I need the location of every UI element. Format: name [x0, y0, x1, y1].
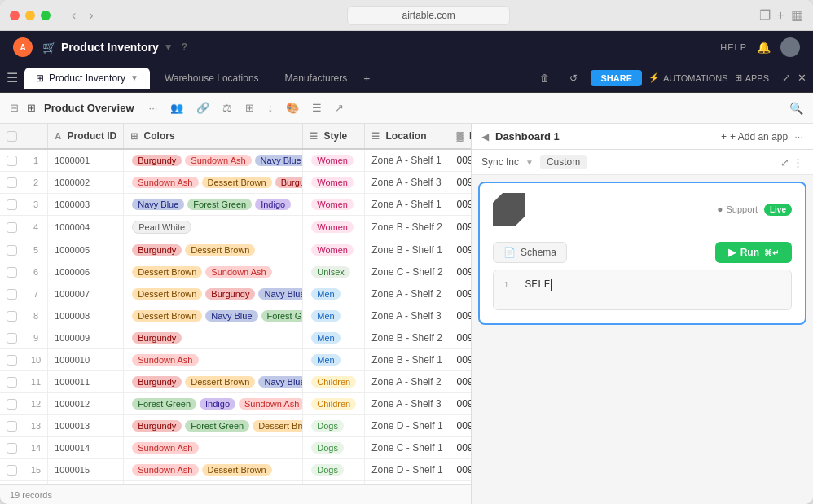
product-id-cell[interactable]: 1000008 — [48, 305, 124, 327]
table-row[interactable]: 41000004Pearl WhiteWomenZone B - Shelf 2… — [0, 216, 471, 239]
tab-dropdown-icon[interactable]: ▼ — [130, 73, 138, 82]
location-cell[interactable]: Zone C - Shelf 2 — [365, 261, 450, 283]
bell-icon[interactable]: 🔔 — [757, 41, 771, 54]
colors-cell[interactable]: BurgundyDessert Brown — [124, 239, 303, 261]
color-icon[interactable]: 🎨 — [283, 100, 302, 116]
row-checkbox[interactable] — [7, 355, 17, 366]
product-id-cell[interactable]: 1000005 — [48, 239, 124, 261]
row-checkbox[interactable] — [7, 311, 17, 322]
product-id-cell[interactable]: 1000009 — [48, 327, 124, 349]
product-id-cell[interactable]: 1000001 — [48, 149, 124, 172]
row-checkbox[interactable] — [7, 199, 17, 210]
new-tab-icon[interactable]: + — [777, 8, 784, 23]
colors-cell[interactable]: Navy BlueForest GreenIndigo — [124, 194, 303, 216]
barcode-cell[interactable]: 0096 — [450, 172, 471, 194]
barcode-cell[interactable]: 0094 — [450, 327, 471, 349]
table-row[interactable]: 31000003Navy BlueForest GreenIndigoWomen… — [0, 194, 471, 216]
row-checkbox[interactable] — [7, 333, 17, 344]
colors-cell[interactable]: Dessert BrownBurgundyNavy Blue — [124, 283, 303, 305]
location-cell[interactable]: Zone A - Shelf 3 — [365, 305, 450, 327]
table-row[interactable]: 151000015Sundown AshDessert BrownDogsZon… — [0, 459, 471, 481]
table-row[interactable]: 51000005BurgundyDessert BrownWomenZone B… — [0, 239, 471, 261]
product-id-cell[interactable]: 1000003 — [48, 194, 124, 216]
barcode-header[interactable]: ▓ Ba... — [450, 124, 471, 149]
sidebar-toggle-icon[interactable]: ⊟ — [10, 102, 19, 114]
table-row[interactable]: 91000009BurgundyMenZone B - Shelf 20094 — [0, 327, 471, 349]
url-bar[interactable]: airtable.com — [347, 6, 510, 25]
colors-cell[interactable]: Burgundy — [124, 327, 303, 349]
table-row[interactable]: 61000006Dessert BrownSundown AshUnisexZo… — [0, 261, 471, 283]
row-checkbox[interactable] — [7, 465, 17, 476]
colors-cell[interactable]: Pearl White — [124, 216, 303, 239]
colors-cell[interactable]: Dessert BrownSundown Ash — [124, 261, 303, 283]
location-cell[interactable]: Zone A - Shelf 2 — [365, 371, 450, 393]
table-row[interactable]: 121000012Forest GreenIndigoSundown AshCh… — [0, 393, 471, 415]
sort-icon[interactable]: ↕ — [264, 100, 276, 116]
help-label[interactable]: HELP — [720, 42, 747, 52]
barcode-cell[interactable]: 0094 — [450, 459, 471, 481]
automations-button[interactable]: ⚡ AUTOMATIONS — [648, 72, 728, 83]
maximize-button[interactable] — [41, 11, 51, 20]
style-cell[interactable]: Men — [303, 305, 365, 327]
barcode-cell[interactable]: 0097 — [450, 415, 471, 437]
custom-button[interactable]: Custom — [540, 155, 587, 169]
barcode-cell[interactable]: 0097 — [450, 437, 471, 459]
table-row[interactable]: 11000001BurgundySundown AshNavy BlueWome… — [0, 149, 471, 172]
run-button[interactable]: ▶ Run ⌘↵ — [715, 242, 792, 263]
panel-collapse-icon[interactable]: ◀ — [481, 131, 489, 142]
link-icon[interactable]: 🔗 — [193, 100, 213, 116]
style-cell[interactable]: Men — [303, 283, 365, 305]
style-cell[interactable]: Men — [303, 349, 365, 371]
location-cell[interactable]: Zone B - Shelf 1 — [365, 349, 450, 371]
tab-product-inventory[interactable]: ⊞ Product Inventory ▼ — [24, 68, 150, 89]
more-options-icon[interactable]: ⋮ — [793, 156, 803, 169]
share-view-icon[interactable]: ↗ — [332, 100, 347, 116]
add-app-button[interactable]: + + Add an app — [721, 131, 788, 142]
trash-icon[interactable]: 🗑 — [534, 70, 556, 86]
style-cell[interactable]: Women — [303, 216, 365, 239]
row-checkbox[interactable] — [7, 267, 17, 278]
table-row[interactable]: 71000007Dessert BrownBurgundyNavy BlueMe… — [0, 283, 471, 305]
barcode-cell[interactable]: 0097 — [450, 283, 471, 305]
view-name[interactable]: Product Overview — [44, 102, 134, 114]
colors-cell[interactable]: Sundown AshDessert BrownBurgundy — [124, 172, 303, 194]
product-id-cell[interactable]: 1000004 — [48, 216, 124, 239]
location-cell[interactable]: Zone B - Shelf 2 — [365, 216, 450, 239]
help-icon[interactable]: ? — [182, 42, 187, 53]
forward-icon[interactable]: › — [84, 7, 98, 24]
colors-cell[interactable]: Sundown Ash — [124, 349, 303, 371]
close-panel-icon[interactable]: ✕ — [798, 72, 806, 84]
barcode-cell[interactable]: 0097 — [450, 305, 471, 327]
table-row[interactable]: 131000013BurgundyForest GreenDessert Bro… — [0, 415, 471, 437]
fields-icon[interactable]: ☰ — [309, 100, 325, 116]
colors-cell[interactable]: BurgundyDessert BrownNavy Blue — [124, 371, 303, 393]
barcode-cell[interactable]: 0096 — [450, 216, 471, 239]
row-checkbox[interactable] — [7, 156, 17, 166]
barcode-cell[interactable]: 0096 — [450, 194, 471, 216]
row-checkbox[interactable] — [7, 399, 17, 410]
style-cell[interactable]: Women — [303, 149, 365, 172]
history-icon[interactable]: ↺ — [563, 70, 584, 86]
row-checkbox[interactable] — [7, 245, 17, 256]
location-cell[interactable]: Zone B - Shelf 2 — [365, 327, 450, 349]
collaborators-icon[interactable]: 👥 — [167, 100, 187, 116]
colors-cell[interactable]: Dessert BrownNavy BlueForest Green — [124, 305, 303, 327]
style-cell[interactable]: Men — [303, 327, 365, 349]
barcode-cell[interactable]: 0097 — [450, 393, 471, 415]
table-container[interactable]: A Product ID ⊞ Colors ☰ Style — [0, 124, 471, 484]
table-row[interactable]: 21000002Sundown AshDessert BrownBurgundy… — [0, 172, 471, 194]
style-cell[interactable]: Women — [303, 172, 365, 194]
barcode-cell[interactable]: 0092 — [450, 149, 471, 172]
location-cell[interactable]: Zone B - Shelf 1 — [365, 239, 450, 261]
product-id-cell[interactable]: 1000002 — [48, 172, 124, 194]
row-checkbox[interactable] — [7, 222, 17, 233]
colors-header[interactable]: ⊞ Colors — [124, 124, 303, 149]
colors-cell[interactable]: Forest GreenIndigoSundown Ash — [124, 393, 303, 415]
location-cell[interactable]: Zone A - Shelf 3 — [365, 393, 450, 415]
barcode-cell[interactable]: 0097 — [450, 371, 471, 393]
back-icon[interactable]: ‹ — [67, 7, 81, 24]
style-cell[interactable]: Children — [303, 393, 365, 415]
row-checkbox[interactable] — [7, 177, 17, 188]
location-header[interactable]: ☰ Location — [365, 124, 450, 149]
style-cell[interactable]: Children — [303, 371, 365, 393]
